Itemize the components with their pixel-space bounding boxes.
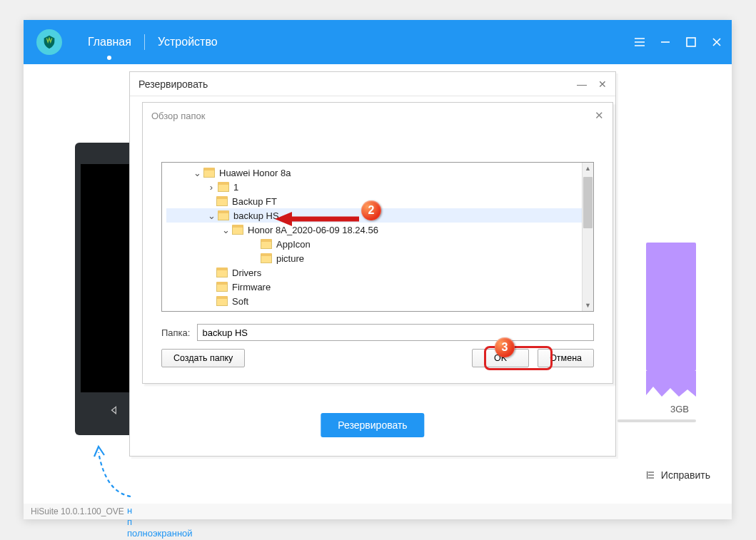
folder-icon (261, 239, 272, 249)
fullscreen-hint-text: н п полноэкранной (127, 505, 193, 539)
tree-row[interactable]: AppIcon (166, 237, 590, 251)
folder-icon (216, 196, 228, 206)
browse-dialog-titlebar: Обзор папок ✕ (143, 103, 613, 128)
tree-row[interactable]: ⌄Honor 8A_2020-06-09 18.24.56 (166, 223, 590, 237)
storage-progress-bar (618, 419, 696, 422)
fix-link[interactable]: Исправить (645, 469, 710, 481)
phone-back-icon (109, 405, 119, 415)
cancel-button[interactable]: Отмена (538, 349, 594, 367)
repair-icon (645, 469, 657, 481)
fix-link-label: Исправить (661, 469, 710, 481)
folder-icon (232, 225, 243, 235)
storage-chart-cap (646, 371, 696, 399)
tree-row-selected[interactable]: ⌄backup HS (166, 208, 590, 223)
folder-icon (261, 253, 272, 263)
folder-icon (203, 168, 215, 178)
folder-path-input[interactable] (197, 324, 594, 341)
chevron-down-icon[interactable]: ⌄ (206, 210, 216, 221)
tree-row[interactable]: picture (166, 251, 590, 265)
hamburger-icon[interactable] (633, 36, 646, 49)
ok-button[interactable]: OK (472, 349, 529, 367)
tree-row-root[interactable]: ⌄Huawei Honor 8a (166, 165, 590, 180)
backup-dialog-titlebar: Резервировать — ✕ (130, 72, 615, 96)
tree-scrollbar[interactable]: ▲ ▼ (582, 163, 593, 311)
folder-icon (216, 268, 228, 277)
folder-icon (216, 296, 228, 306)
browse-folders-dialog: Обзор папок ✕ ⌄Huawei Honor 8a ›1 Backup… (142, 102, 613, 384)
folder-label: Папка: (161, 327, 190, 338)
folder-icon (218, 210, 229, 220)
dialog-button-row: Создать папку OK Отмена (161, 349, 594, 367)
browse-dialog-title: Обзор папок (151, 111, 205, 121)
app-logo-icon (36, 29, 62, 55)
create-folder-button[interactable]: Создать папку (161, 349, 245, 367)
dlg1-minimize-icon[interactable]: — (577, 78, 587, 90)
scroll-thumb[interactable] (583, 177, 593, 228)
tree-row[interactable]: ›1 (166, 180, 590, 194)
tree-row[interactable]: Firmware (166, 280, 590, 294)
folder-path-row: Папка: (161, 324, 594, 341)
scroll-up-icon[interactable]: ▲ (583, 163, 593, 174)
tab-home[interactable]: Главная (81, 20, 138, 64)
folder-icon (216, 282, 228, 292)
folder-icon (218, 182, 229, 192)
backup-run-button[interactable]: Резервировать (321, 413, 424, 437)
folder-tree-inner: ⌄Huawei Honor 8a ›1 Backup FT ⌄backup HS… (162, 163, 593, 311)
titlebar: Главная Устройство (24, 20, 732, 64)
window-controls (633, 36, 723, 49)
chevron-down-icon[interactable]: ⌄ (221, 225, 231, 235)
chevron-right-icon[interactable]: › (206, 182, 216, 193)
tab-device[interactable]: Устройство (151, 20, 225, 64)
tree-row[interactable]: Backup FT (166, 194, 590, 208)
maximize-icon[interactable] (685, 36, 697, 49)
chevron-down-icon[interactable]: ⌄ (192, 168, 202, 178)
storage-chart (646, 243, 696, 371)
folder-tree: ⌄Huawei Honor 8a ›1 Backup FT ⌄backup HS… (161, 162, 594, 312)
svg-rect-0 (687, 38, 695, 46)
browse-close-icon[interactable]: ✕ (595, 109, 604, 122)
scroll-down-icon[interactable]: ▼ (583, 300, 593, 311)
nav-separator (144, 34, 145, 50)
storage-size-label: 3GB (670, 404, 689, 414)
minimize-icon[interactable] (659, 36, 672, 49)
tree-row[interactable]: Drivers (166, 265, 590, 280)
tree-row[interactable]: Soft (166, 294, 590, 308)
close-icon[interactable] (710, 36, 723, 49)
status-text: HiSuite 10.0.1.100_OVE (31, 506, 124, 516)
nav-tabs: Главная Устройство (81, 20, 225, 64)
backup-dialog-title: Резервировать (138, 78, 208, 90)
dlg1-close-icon[interactable]: ✕ (598, 78, 607, 90)
